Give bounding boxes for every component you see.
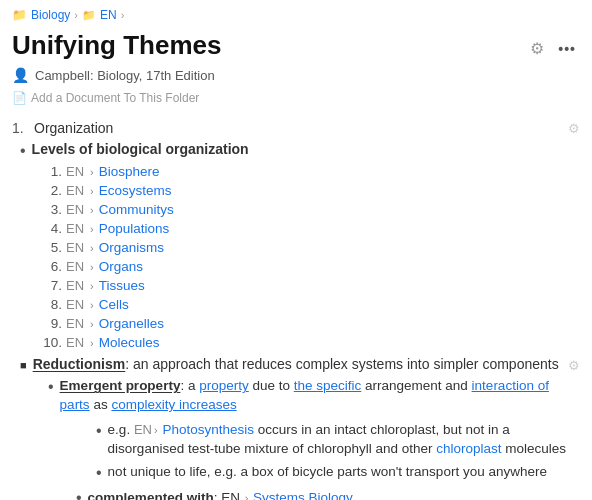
emergent-desc4: as [90,397,112,412]
page-title: Unifying Themes [12,30,221,61]
levels-label: Levels of biological organization [32,141,249,157]
reductionism-content: ■ Reductionism: an approach that reduces… [20,356,568,372]
breadcrumb-biology[interactable]: Biology [31,8,70,22]
levels-bullet: • Levels of biological organization [20,139,580,162]
subtitle-row: 👤 Campbell: Biology, 17th Edition [0,65,592,87]
organization-text: Organization [34,120,113,136]
complemented-text: complemented with: EN › Systems Biology [88,490,353,500]
bullet-icon: • [20,142,26,160]
list-item: 2. EN› Ecosystems [42,181,580,200]
add-doc-icon: 📄 [12,91,27,105]
org-gear-icon[interactable]: ⚙ [568,121,580,136]
ecosystems-link[interactable]: Ecosystems [99,183,172,198]
list-item: 1. EN› Biosphere [42,162,580,181]
complemented-bullet: • [76,489,82,500]
folder-icon: 📁 [12,8,27,22]
eg-bullet: • [96,420,102,442]
eg-block: • e.g. EN› Photosynthesis occurs in an i… [96,419,580,486]
folder-icon-2: 📁 [82,9,96,22]
eg-prefix: e.g. [108,422,134,437]
reductionism-label: Reductionism [33,356,126,372]
molecules-link[interactable]: Molecules [99,335,160,350]
list-item: 3. EN› Communitys [42,200,580,219]
complemented-desc: : EN [214,490,244,500]
property-link[interactable]: property [199,378,249,393]
person-icon: 👤 [12,67,29,83]
more-options-button[interactable]: ••• [554,36,580,61]
organization-label: 1. Organization [12,120,113,136]
list-item: 5. EN› Organisms [42,238,580,257]
breadcrumb: 📁 Biology › 📁 EN › [0,0,592,26]
populations-link[interactable]: Populations [99,221,170,236]
outline-item-1: 1. Organization ⚙ • Levels of biological… [12,117,580,500]
list-item: 4. EN› Populations [42,219,580,238]
specific-link[interactable]: the specific [294,378,362,393]
organization-row: 1. Organization ⚙ [12,117,580,139]
chloroplast-link[interactable]: chloroplast [436,441,501,456]
communitys-link[interactable]: Communitys [99,202,174,217]
complexity-link[interactable]: complexity increases [111,397,236,412]
breadcrumb-sep-2: › [121,9,125,21]
complemented-label: complemented with [88,490,214,500]
square-icon: ■ [20,359,27,371]
tissues-link[interactable]: Tissues [99,278,145,293]
emergent-label: Emergent property [60,378,181,393]
organs-link[interactable]: Organs [99,259,143,274]
emergent-row: • Emergent property: a property due to t… [48,377,580,415]
breadcrumb-en[interactable]: EN [100,8,117,22]
reductionism-bullet-row: ■ Reductionism: an approach that reduces… [20,356,568,372]
add-doc-label: Add a Document To This Folder [31,91,199,105]
not-unique-item: • not unique to life, e.g. a box of bicy… [96,461,580,486]
reductionism-desc: : an approach that reduces complex syste… [125,356,558,372]
complemented-block: • complemented with: EN › Systems Biolog… [76,490,580,500]
list-item: 7. EN› Tissues [42,276,580,295]
cells-link[interactable]: Cells [99,297,129,312]
header-actions: ⚙ ••• [528,30,580,61]
reductionism-row: ■ Reductionism: an approach that reduces… [20,352,580,375]
reductionism-text: Reductionism: an approach that reduces c… [33,356,559,372]
eg-desc2: molecules [502,441,567,456]
list-item: 8. EN› Cells [42,295,580,314]
page-header: Unifying Themes ⚙ ••• [0,26,592,65]
more-icon: ••• [558,41,576,57]
organelles-link[interactable]: Organelles [99,316,164,331]
add-doc-row[interactable]: 📄 Add a Document To This Folder [0,87,592,113]
photosynthesis-link[interactable]: Photosynthesis [162,422,254,437]
levels-sub-list: 1. EN› Biosphere 2. EN› Ecosystems 3. EN… [42,162,580,352]
levels-section: • Levels of biological organization 1. E… [20,139,580,500]
emergent-block: • Emergent property: a property due to t… [48,377,580,500]
not-unique-text: not unique to life, e.g. a box of bicycl… [108,463,547,482]
gear-button[interactable]: ⚙ [528,37,546,60]
emergent-bullet: • [48,376,54,398]
content-area: 1. Organization ⚙ • Levels of biological… [0,113,592,500]
emergent-text: Emergent property: a property due to the… [60,377,580,415]
organisms-link[interactable]: Organisms [99,240,164,255]
list-item: 10. EN› Molecules [42,333,580,352]
reductionism-gear-icon[interactable]: ⚙ [568,358,580,373]
list-item: 6. EN› Organs [42,257,580,276]
breadcrumb-sep-1: › [74,9,78,21]
not-unique-bullet: • [96,462,102,484]
emergent-desc1: : a [180,378,199,393]
systems-biology-link[interactable]: Systems Biology [253,490,353,500]
emergent-desc2: due to [249,378,294,393]
item-num-1: 1. [12,120,30,136]
subtitle-text: Campbell: Biology, 17th Edition [35,68,215,83]
emergent-desc3: arrangement and [361,378,471,393]
eg-text: e.g. EN› Photosynthesis occurs in an int… [108,421,580,459]
list-item: 9. EN› Organelles [42,314,580,333]
gear-icon: ⚙ [530,40,544,57]
eg-item: • e.g. EN› Photosynthesis occurs in an i… [96,419,580,461]
biosphere-link[interactable]: Biosphere [99,164,160,179]
